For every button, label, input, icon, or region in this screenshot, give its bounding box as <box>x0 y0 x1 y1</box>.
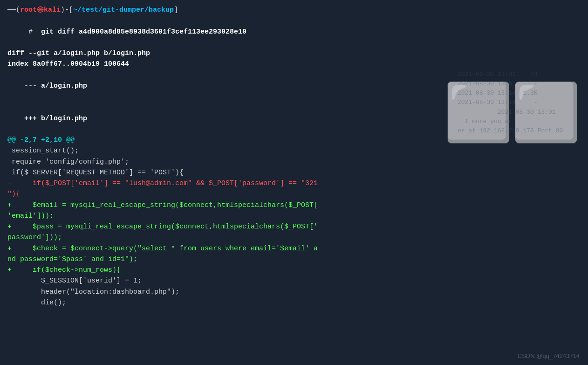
diff-added-2: 'email'])); <box>7 211 581 221</box>
diff-removed-2: "){ <box>7 189 581 200</box>
diff-index-line: index 8a0ff67..0904b19 100644 <box>7 59 581 69</box>
command-line: # git diff a4d900a8d85e8938d3601f3cef113… <box>7 15 581 48</box>
diff-added-5: + $check = $connect->query("select * fro… <box>7 243 581 254</box>
terminal-window: ⬜⬜ ── ( root ㉿ kali )-[ ~/test/git-dumpe… <box>0 0 588 365</box>
prompt-paren-close: )-[ <box>61 5 73 15</box>
diff-context-1: session_start(); <box>7 145 581 156</box>
prompt-line: ── ( root ㉿ kali )-[ ~/test/git-dumper/b… <box>7 5 581 15</box>
diff-added-6: nd password='$pass' and id=1"); <box>7 254 581 265</box>
csdn-badge: CSDN @qq_74243714 <box>518 352 580 359</box>
diff-context-2: require 'config/config.php'; <box>7 157 581 167</box>
command-text: git diff a4d900a8d85e8938d3601f3cef113ee… <box>37 28 246 36</box>
diff-git-header: diff --git a/login.php b/login.php <box>7 48 581 59</box>
diff-context-3: if($_SERVER['REQUEST_METHOD'] == 'POST')… <box>7 167 581 178</box>
prompt-host: kali <box>44 5 61 15</box>
diff-context-6: die(); <box>7 297 581 308</box>
prompt-hash: # <box>24 28 37 36</box>
prompt-paren-open: ( <box>16 5 20 15</box>
diff-context-5: header("location:dashboard.php"); <box>7 287 581 297</box>
prompt-path: ~/test/git-dumper/backup <box>73 5 174 15</box>
watermark: ⬜⬜ <box>444 84 579 140</box>
diff-added-7: + if($check->num_rows){ <box>7 265 581 275</box>
diff-added-1: + $email = mysqli_real_escape_string($co… <box>7 200 581 211</box>
diff-context-4: $_SESSION['userid'] = 1; <box>7 275 581 286</box>
prompt-at: ㉿ <box>37 5 44 15</box>
prompt-user: root <box>20 5 37 15</box>
diff-added-4: password'])); <box>7 232 581 243</box>
prompt-bracket-close: ] <box>174 5 178 15</box>
diff-added-3: + $pass = mysqli_real_escape_string($con… <box>7 221 581 232</box>
prompt-dash: ── <box>7 5 16 15</box>
diff-removed-1: - if($_POST['email'] == "lush@admin.com"… <box>7 178 581 189</box>
